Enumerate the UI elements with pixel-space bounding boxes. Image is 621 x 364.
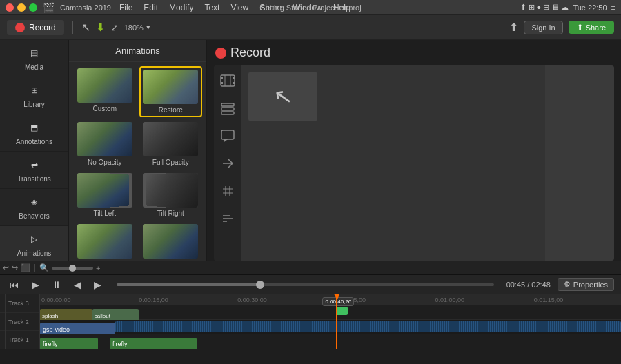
animation-custom[interactable]: Custom [73,66,137,117]
animation-scale-down[interactable]: Scale Down [139,222,203,261]
canvas-viewport[interactable]: ↖ [214,65,614,261]
track1-row[interactable]: firefly firefly [40,334,621,349]
tracks-content: 0:00:00;00 0:00:15;00 0:00:30;00 0:00:45… [40,294,621,349]
skip-back-button[interactable]: ⏮ [7,278,22,292]
animation-full-opacity[interactable]: Full Opacity [139,120,203,168]
record-dot [15,23,25,32]
split-button[interactable]: ⬛ [21,263,30,272]
animation-custom-label: Custom [93,105,117,112]
expand-icon: ⤢ [110,22,119,33]
arrow-icon[interactable] [218,154,237,173]
animation-tilt-left-thumb [77,173,132,208]
sidebar-label-animations: Animations [17,250,51,257]
svg-rect-4 [233,82,235,84]
layers-icon[interactable] [218,99,237,118]
playhead[interactable] [336,294,337,349]
sidebar-item-media[interactable]: ▤ Media [0,40,68,77]
range-marker: 0:00:45;26 [336,307,348,315]
track1-label: Track 1 [6,331,39,349]
sidebar-item-animations[interactable]: ▷ Animations [0,226,68,261]
grid-icon[interactable] [218,181,237,201]
close-button[interactable] [6,3,14,12]
scrubber-thumb[interactable] [256,281,264,289]
record-button[interactable]: Record [7,20,64,35]
animation-scale-up[interactable]: Scale Up [73,222,137,261]
range-marker-time: 0:00:45;26 [322,297,354,306]
canvas-area: Record [207,40,621,261]
app-name: Camtasia 2019 [60,3,111,12]
sign-in-button[interactable]: Sign In [524,21,562,34]
properties-button[interactable]: ⚙ Properties [558,278,614,291]
app-icon: 🎬 [43,2,55,13]
track1-firefly2-clip[interactable]: firefly [110,338,197,349]
comment-icon[interactable] [218,126,237,145]
share-label: Share [586,23,606,32]
more-tools-icon[interactable] [218,209,237,228]
play-button[interactable]: ▶ [29,278,42,292]
file-menu[interactable]: File [117,1,135,14]
track3-row[interactable]: splash callout 0:00:45;26 [40,305,621,320]
canvas-right-panel [545,65,614,261]
minimize-button[interactable] [17,3,26,12]
animation-scale-down-thumb [143,224,198,259]
track2-row[interactable]: gsp-video [40,320,621,334]
pause-button[interactable]: ⏸ [49,278,64,292]
track1-firefly1-clip[interactable]: firefly [40,338,98,349]
prev-frame-button[interactable]: ◀ [71,278,84,292]
zoom-level: 180% [124,23,144,32]
svg-rect-9 [221,112,234,114]
record-label: Record [29,23,56,32]
svg-rect-8 [221,108,234,110]
sidebar-item-behaviors[interactable]: ◈ Behaviors [0,189,68,226]
cursor-icon: ↖ [81,21,90,34]
traffic-lights[interactable] [6,3,37,12]
zoom-dropdown-arrow[interactable]: ▾ [146,23,150,32]
sidebar-label-media: Media [25,63,43,71]
sidebar-label-library: Library [23,101,45,108]
animation-tilt-left[interactable]: Tilt Left [73,171,137,219]
properties-label: Properties [573,281,608,289]
gear-icon: ⚙ [564,280,571,289]
modify-menu[interactable]: Modify [166,1,196,14]
preview-cursor: ↖ [271,82,294,111]
share-icon: ⬆ [577,23,583,32]
control-strip: ≡ [611,3,615,12]
sidebar-item-transitions[interactable]: ⇌ Transitions [0,152,68,189]
download-icon: ⬇ [96,21,105,34]
animation-no-opacity-label: No Opacity [88,159,121,166]
fullscreen-button[interactable] [29,3,37,12]
canvas-preview: ↖ [248,72,317,121]
track2-audio[interactable] [115,321,621,332]
view-menu[interactable]: View [228,1,251,14]
animation-full-opacity-label: Full Opacity [152,159,189,166]
redo-button[interactable]: ↪ [12,263,18,272]
toolbar: Record ↖ ⬇ ⤢ 180% ▾ ⬆ Sign In ⬆ Share [0,15,621,40]
canvas-main[interactable]: ↖ [241,65,545,261]
sidebar-label-annotations: Annotations [16,138,52,145]
record-indicator: Record [215,46,270,60]
title-bar: 🎬 Camtasia 2019 File Edit Modify Text Vi… [0,0,621,15]
sidebar-item-library[interactable]: ⊞ Library [0,77,68,114]
next-frame-button[interactable]: ▶ [91,278,104,292]
animation-tilt-right[interactable]: Tilt Right [139,171,203,219]
animation-restore[interactable]: Restore [139,66,203,117]
scrubber-bar[interactable] [117,283,494,286]
sidebar-item-annotations[interactable]: ⬒ Annotations [0,114,68,152]
animations-grid: Custom Restore No Opacity Full Opacity [69,62,206,261]
animation-tilt-left-label: Tilt Left [94,210,116,217]
ruler-mark-5: 0:01:15;00 [534,296,564,303]
ruler-mark-1: 0:00:15;00 [139,296,168,303]
undo-button[interactable]: ↩ [3,263,9,272]
zoom-in-button[interactable]: + [96,264,100,272]
zoom-slider-thumb[interactable] [52,267,93,270]
zoom-out-button[interactable]: 🔍 [39,263,49,272]
animation-no-opacity[interactable]: No Opacity [73,120,137,168]
project-name: Getting Started Project.cmproj [259,3,361,12]
zoom-control[interactable]: 180% ▾ [124,23,150,32]
edit-menu[interactable]: Edit [141,1,161,14]
scrubber-fill [117,283,260,286]
share-button[interactable]: ⬆ Share [569,21,614,34]
film-icon[interactable] [218,71,237,90]
text-menu[interactable]: Text [201,1,222,14]
record-indicator-dot [215,48,226,59]
